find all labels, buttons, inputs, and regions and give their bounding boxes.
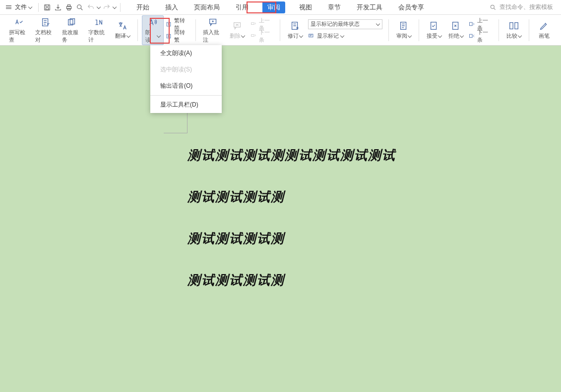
document-line[interactable]: 测试测试测试测 [187,188,285,206]
simp-to-trad-button[interactable]: 简转繁 [166,31,189,41]
prev-change-button[interactable]: 上一条 [469,19,493,29]
compare-button[interactable]: 比较 [503,19,525,41]
review-pane-button[interactable]: 审阅 [393,19,415,41]
pen-button[interactable]: 画笔 [533,19,555,41]
chevron-down-icon [460,34,464,38]
svg-rect-17 [309,34,313,37]
redo-icon[interactable] [101,2,112,13]
ribbon-review: 拼写检查 文档校对 批改服务 字数统计 翻译 朗读 繁转简 简转繁 插入批注 删… [0,15,561,46]
svg-rect-22 [470,34,472,38]
tab-review[interactable]: 审阅 [262,1,285,13]
undo-group [85,2,101,13]
svg-rect-14 [251,22,253,24]
dropdown-read-all[interactable]: 全文朗读(A) [150,45,222,61]
redo-group [101,2,117,13]
svg-point-5 [77,4,81,8]
search-icon [490,4,497,11]
track-display-stack: 显示标记的最终状态 显示标记 [306,19,384,41]
separator [195,19,196,41]
separator [137,19,138,41]
svg-rect-24 [515,23,518,29]
separator [388,19,389,41]
document-line[interactable]: 测试测试测试测 [187,230,285,247]
titlebar: 文件 开始 插入 页面布局 引用 审阅 视图 章节 开发工具 会员专享 查找命令… [0,0,561,15]
chevron-down-icon [242,34,245,38]
export-icon[interactable] [53,2,63,13]
track-changes-button[interactable]: 修订 [284,19,306,41]
separator [280,19,280,41]
delete-comment-button[interactable]: 删除 [227,19,249,41]
svg-rect-3 [67,4,70,6]
reject-button[interactable]: 拒绝 [445,19,467,41]
divider [150,95,222,96]
chevron-down-icon [376,22,380,26]
batch-button[interactable]: 批改服务 [59,16,85,45]
read-aloud-button[interactable]: 朗读 [142,15,164,45]
tab-member[interactable]: 会员专享 [396,1,426,14]
tab-view[interactable]: 视图 [297,1,314,14]
search-box[interactable]: 查找命令、搜索模板 [490,3,558,11]
insert-comment-button[interactable]: 插入批注 [200,16,226,45]
prev-comment-button[interactable]: 上一条 [250,19,274,29]
redo-dropdown[interactable] [112,5,117,9]
svg-rect-23 [510,23,513,29]
separator [419,19,419,41]
tab-start[interactable]: 开始 [134,1,151,14]
save-icon[interactable] [42,2,53,13]
svg-rect-1 [46,7,48,9]
document-canvas[interactable]: 测试测试测试测测试测试测试测试 测试测试测试测 测试测试测试测 测试测试测试测 [0,46,561,392]
chevron-down-icon [341,34,344,38]
next-change-button[interactable]: 下一条 [469,31,493,41]
undo-icon[interactable] [85,2,96,13]
separator [120,3,121,12]
svg-rect-21 [470,22,472,26]
dropdown-show-toolbar[interactable]: 显示工具栏(D) [150,97,222,113]
separator [38,3,39,12]
dropdown-output-audio[interactable]: 输出语音(O) [150,78,222,94]
show-markup-button[interactable]: 显示标记 [308,31,382,41]
separator [529,19,529,41]
svg-point-6 [491,5,494,8]
chevron-down-icon [29,5,32,9]
next-comment-button[interactable]: 下一条 [250,31,274,41]
svg-rect-19 [431,22,436,30]
svg-rect-4 [67,8,70,10]
undo-dropdown[interactable] [96,5,101,9]
tab-bar: 开始 插入 页面布局 引用 审阅 视图 章节 开发工具 会员专享 [134,1,426,14]
wordcount-button[interactable]: 字数统计 [85,16,112,45]
separator [499,19,499,41]
tab-sections[interactable]: 章节 [326,1,343,14]
chevron-down-icon [438,34,442,38]
accept-button[interactable]: 接受 [423,19,445,41]
hamburger-icon [6,5,11,9]
comment-nav-stack: 上一条 下一条 [249,19,276,41]
svg-rect-15 [251,34,253,36]
file-menu-label: 文件 [15,3,27,11]
convert-stack: 繁转简 简转繁 [164,19,191,41]
file-menu[interactable]: 文件 [3,2,35,12]
trad-to-simp-button[interactable]: 繁转简 [166,19,189,29]
chevron-down-icon [408,34,412,38]
dropdown-read-selection[interactable]: 选中朗读(S) [150,61,222,78]
tab-developer[interactable]: 开发工具 [355,1,384,14]
document-line[interactable]: 测试测试测试测测试测试测试测试 [187,147,396,164]
search-placeholder: 查找命令、搜索模板 [499,3,553,11]
read-aloud-dropdown: 全文朗读(A) 选中朗读(S) 输出语音(O) 显示工具栏(D) [150,45,222,113]
document-line[interactable]: 测试测试测试测 [187,272,285,289]
svg-rect-0 [45,4,50,10]
proofread-button[interactable]: 文档校对 [32,16,59,45]
translate-button[interactable]: 翻译 [112,19,133,41]
tab-insert[interactable]: 插入 [163,1,180,14]
chevron-down-icon [127,34,130,38]
tab-references[interactable]: 引用 [234,1,250,14]
tab-page-layout[interactable]: 页面布局 [192,1,222,14]
chevron-down-icon [518,34,522,38]
change-nav-stack: 上一条 下一条 [467,19,495,41]
track-display-select[interactable]: 显示标记的最终状态 [308,19,382,29]
spellcheck-button[interactable]: 拼写检查 [6,16,32,45]
chevron-down-icon [157,34,161,38]
print-preview-icon[interactable] [74,2,85,13]
print-icon[interactable] [63,2,74,13]
chevron-down-icon [300,34,303,38]
